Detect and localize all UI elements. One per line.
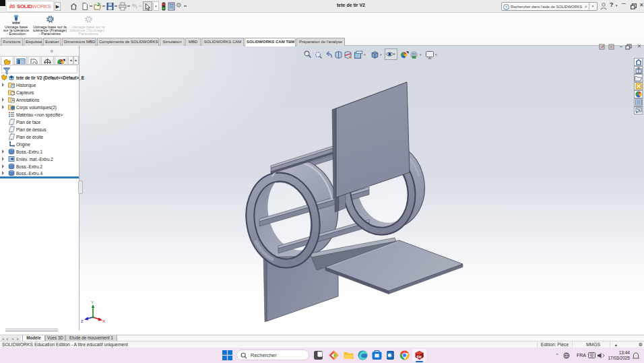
svg-text:A: A [11, 98, 14, 102]
svg-text:Y: Y [91, 300, 94, 304]
svg-text:X: X [102, 319, 105, 323]
svg-text:SW: SW [416, 356, 422, 359]
svg-text:Z: Z [81, 319, 84, 323]
